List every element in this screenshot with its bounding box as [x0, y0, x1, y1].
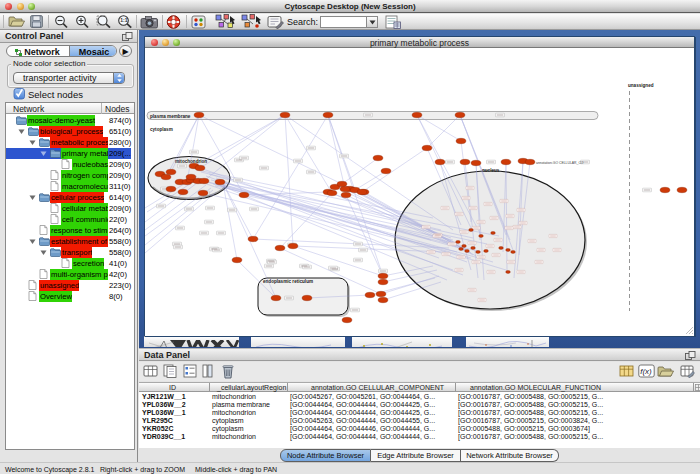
- svg-text:1:1: 1:1: [120, 17, 127, 23]
- svg-text:f(x): f(x): [640, 367, 652, 376]
- svg-text:endoplasmic reticulum: endoplasmic reticulum: [263, 279, 313, 284]
- svg-text:nucleus: nucleus: [482, 168, 500, 173]
- svg-text:plasma membrane: plasma membrane: [150, 114, 191, 119]
- svg-text:annotation.GO CELLULAR_CO: annotation.GO CELLULAR_CO: [536, 161, 584, 165]
- svg-text:cytoplasm: cytoplasm: [150, 127, 173, 132]
- svg-text:unassigned: unassigned: [628, 83, 654, 88]
